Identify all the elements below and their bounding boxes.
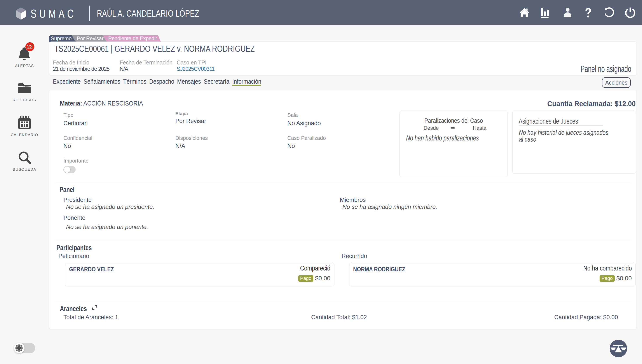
svg-text:Supremo: Supremo (51, 36, 72, 41)
svg-text:Por Revisar: Por Revisar (77, 36, 103, 41)
svg-text:Pendiente de Expedir: Pendiente de Expedir (108, 36, 157, 41)
svg-text:22: 22 (27, 44, 33, 50)
